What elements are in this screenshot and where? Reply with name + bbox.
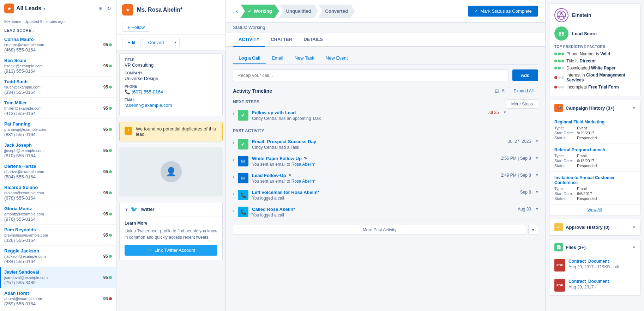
twitter-section-header[interactable]: ▼ 🐦 Twitter bbox=[120, 202, 222, 217]
lead-item[interactable]: Darlene Hartze dhartze@example.com 95 (5… bbox=[0, 161, 116, 182]
chevron-icon[interactable]: › bbox=[233, 191, 234, 196]
status-bar: ‹ ✓ Working Unqualified Converted ✓ Mark… bbox=[226, 0, 545, 23]
new-task-button[interactable]: New Task bbox=[289, 53, 320, 64]
campaign-history-header[interactable]: 📣 Campaign History (3+) ▾ bbox=[549, 100, 640, 116]
lead-name: Pam Reynolds bbox=[4, 227, 112, 232]
tl-title-link[interactable]: Follow up with Lead bbox=[252, 110, 296, 115]
call-recap-input[interactable] bbox=[233, 69, 509, 81]
lead-name: Pat Fanning bbox=[4, 121, 112, 127]
lead-name: Ricardo Solano bbox=[4, 185, 112, 190]
add-button[interactable]: Add bbox=[512, 69, 538, 81]
tab-details[interactable]: DETAILS bbox=[298, 32, 329, 47]
campaign-name[interactable]: Invitation to Annual Customer Conference bbox=[554, 175, 635, 185]
mark-complete-button[interactable]: ✓ Mark Status as Complete bbox=[468, 6, 538, 17]
file-meta: Aug 29, 2017 · 119KB · pdf bbox=[568, 264, 619, 269]
file-name[interactable]: Contract_Document bbox=[568, 279, 609, 284]
lead-item[interactable]: Jack Joseph jjoseph@example.com 95 (810)… bbox=[0, 140, 116, 161]
chevron-icon[interactable]: › bbox=[233, 157, 234, 162]
collapse-icon: ▾ bbox=[633, 225, 635, 230]
link-twitter-account-button[interactable]: 🐦 Link Twitter Account bbox=[125, 245, 217, 256]
expand-item-icon[interactable]: ▾ bbox=[536, 190, 538, 194]
factor-row-2: Title is Director bbox=[554, 59, 635, 63]
chevron-icon[interactable]: › bbox=[233, 174, 234, 179]
edit-pencil-icon[interactable]: ✎ bbox=[288, 173, 291, 178]
email-link[interactable]: rabelin*@example.com bbox=[125, 103, 172, 108]
collapse-icon: ▾ bbox=[633, 106, 635, 110]
lead-phone: (334) 555-0164 bbox=[4, 90, 112, 95]
campaign-name[interactable]: Referral Program Launch bbox=[554, 147, 635, 152]
lead-item[interactable]: Adan Horst ahorst@example.com 94 (259) 5… bbox=[0, 288, 116, 309]
score-dot bbox=[109, 65, 112, 67]
follow-button[interactable]: + Follow bbox=[122, 23, 150, 32]
tab-activity[interactable]: ACTIVITY bbox=[233, 32, 265, 47]
lead-item[interactable]: Pat Fanning pfanning@example.com 95 (881… bbox=[0, 119, 116, 140]
lead-item[interactable]: Todd Such tsuch@example.com 95 (334) 555… bbox=[0, 77, 116, 98]
expand-item-icon[interactable]: ▾ bbox=[536, 207, 538, 211]
file-item-1: PDF Contract_Document Aug 29, 2017 · 119… bbox=[549, 255, 640, 275]
tl-title-link[interactable]: Lead Follow-Up bbox=[252, 173, 286, 178]
step-label: Working bbox=[254, 8, 272, 14]
title-dropdown-arrow[interactable]: ▾ bbox=[43, 6, 46, 11]
convert-dropdown-button[interactable]: ▾ bbox=[171, 38, 180, 47]
campaign-name[interactable]: Regional Field Marketing bbox=[554, 120, 635, 124]
step-unqualified[interactable]: Unqualified bbox=[279, 5, 318, 18]
expand-item-icon[interactable]: ▾ bbox=[504, 110, 506, 115]
file-meta: Aug 29, 2017 · bbox=[568, 285, 609, 289]
email-button[interactable]: Email bbox=[266, 53, 289, 64]
timeline-item-next: › ✔ Follow up with Lead Cindy Central ha… bbox=[233, 107, 506, 124]
new-event-button[interactable]: New Event bbox=[320, 53, 354, 64]
more-past-dropdown-button[interactable]: ▾ bbox=[528, 225, 538, 235]
contact-link[interactable]: Rosa Abelin* bbox=[291, 179, 316, 184]
more-past-activity-button[interactable]: More Past Activity bbox=[233, 225, 526, 235]
file-item-2: PDF Contract_Document Aug 29, 2017 · bbox=[549, 275, 640, 295]
expand-item-icon[interactable]: ▾ bbox=[536, 139, 538, 144]
expand-item-icon[interactable]: ▾ bbox=[536, 173, 538, 177]
lead-item[interactable]: Reggie Jackson rjackson@example.com 95 (… bbox=[0, 246, 116, 267]
lead-item[interactable]: Gloria Montz gmontz@example.com 95 (976)… bbox=[0, 203, 116, 225]
lead-item[interactable]: Corina Mauro cmauro@example.com 95 (468)… bbox=[0, 34, 116, 55]
tab-chatter[interactable]: CHATTER bbox=[265, 32, 298, 47]
score-dot-red bbox=[109, 297, 112, 300]
score-dot bbox=[109, 276, 112, 279]
view-all-link[interactable]: View All bbox=[549, 205, 640, 215]
more-steps-button[interactable]: More Steps bbox=[506, 99, 538, 109]
log-call-button[interactable]: Log a Call bbox=[233, 53, 266, 64]
campaign-item-3: Invitation to Annual Customer Conference… bbox=[549, 172, 640, 205]
tl-title-link[interactable]: Email: Prospect Success Day bbox=[252, 139, 316, 144]
meta-line: Status: Responded bbox=[554, 164, 635, 168]
files-header[interactable]: 📄 Files (3+) ▾ bbox=[549, 239, 640, 255]
lead-item[interactable]: Ricardo Solano rsolano@example.com 95 (6… bbox=[0, 182, 116, 203]
edit-button[interactable]: Edit bbox=[122, 38, 140, 47]
tl-content: Left voicemail for Rosa Abelin* You logg… bbox=[252, 190, 517, 201]
back-chevron-button[interactable]: ‹ bbox=[233, 7, 241, 15]
filter-icon-button[interactable]: ⊟ bbox=[495, 88, 499, 94]
step-converted[interactable]: Converted bbox=[318, 5, 355, 18]
tl-title-link[interactable]: Left voicemail for Rosa Abelin* bbox=[252, 190, 319, 195]
approval-history-header[interactable]: ✓ Approval History (0) ▾ bbox=[549, 219, 640, 235]
file-name[interactable]: Contract_Document bbox=[568, 259, 619, 264]
lead-item[interactable]: Tom Miller tmiller@example.com 95 (413) … bbox=[0, 98, 116, 119]
convert-button[interactable]: Convert bbox=[143, 38, 169, 47]
grid-view-btn[interactable]: ⊞ bbox=[98, 5, 103, 12]
refresh-btn[interactable]: ↻ bbox=[106, 5, 112, 12]
tl-date: Sep 8 bbox=[520, 190, 531, 195]
tl-title-link[interactable]: Called Rosa Abelin* bbox=[252, 207, 295, 212]
lead-item[interactable]: Pam Reynolds preynolds@example.com 95 (3… bbox=[0, 225, 116, 246]
edit-pencil-icon[interactable]: ✎ bbox=[304, 156, 307, 161]
chevron-icon[interactable]: › bbox=[233, 111, 234, 116]
lead-sub: preynolds@example.com 95 bbox=[4, 233, 112, 238]
phone-link[interactable]: 📞 (607) 555-0164 bbox=[125, 89, 217, 94]
expand-item-icon[interactable]: ▾ bbox=[536, 156, 538, 160]
chevron-icon[interactable]: › bbox=[233, 208, 234, 213]
step-working[interactable]: ✓ Working bbox=[241, 5, 279, 18]
refresh-timeline-button[interactable]: ↻ bbox=[502, 88, 506, 94]
expand-all-button[interactable]: Expand All bbox=[509, 87, 538, 95]
lead-score-val: 95 bbox=[103, 127, 112, 132]
tl-title-link[interactable]: White Paper Follow Up bbox=[252, 156, 302, 161]
lead-item-active[interactable]: Javier Sandoval jsandoval@example.com 95… bbox=[0, 267, 116, 288]
lead-item[interactable]: Ben Seale bseale@example.com 95 (913) 55… bbox=[0, 55, 116, 77]
lead-email: bseale@example.com bbox=[4, 64, 43, 68]
lead-name: Ben Seale bbox=[4, 58, 112, 63]
contact-link[interactable]: Rosa Abelin* bbox=[291, 162, 316, 167]
chevron-icon[interactable]: › bbox=[233, 140, 234, 145]
